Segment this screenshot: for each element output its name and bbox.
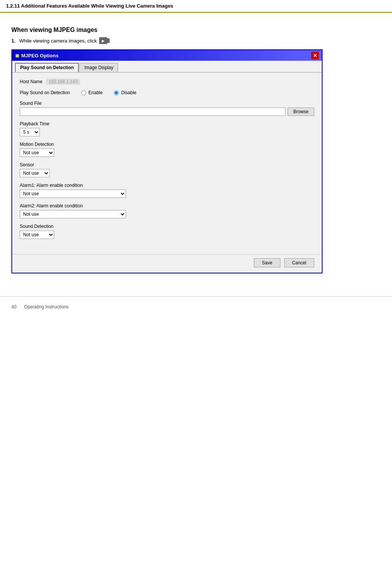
alarm1-row: Alarm1: Alarm enable condition Not use A… bbox=[20, 183, 314, 198]
alarm2-label: Alarm2: Alarm enable condition bbox=[20, 203, 314, 209]
sensor-row: Sensor Not use Sensor 1 Sensor 2 bbox=[20, 162, 314, 177]
tab-play-sound-on-detection[interactable]: Play Sound on Detection bbox=[15, 63, 79, 72]
section-heading: When viewing MJPEG images bbox=[11, 27, 381, 33]
enable-radio[interactable] bbox=[81, 90, 86, 95]
disable-radio-label: Disable bbox=[121, 90, 136, 95]
tab-image-display[interactable]: Image Display bbox=[79, 63, 118, 72]
play-sound-row: Play Sound on Detection Enable Disable bbox=[20, 90, 314, 95]
alarm1-label: Alarm1: Alarm enable condition bbox=[20, 183, 314, 188]
alarm2-select[interactable]: Not use Alarm 1 Alarm 2 bbox=[20, 210, 126, 218]
save-button[interactable]: Save bbox=[254, 258, 280, 267]
step-period: . bbox=[110, 38, 111, 44]
enable-radio-label: Enable bbox=[88, 90, 102, 95]
sound-file-label: Sound File bbox=[20, 101, 314, 106]
enable-radio-group: Enable bbox=[81, 90, 102, 95]
disable-radio[interactable] bbox=[114, 90, 119, 95]
page-header: 1.2.11 Additional Features Available Whi… bbox=[0, 0, 392, 13]
sound-file-row: Sound File Browse bbox=[20, 101, 314, 116]
dialog-tabs: Play Sound on Detection Image Display bbox=[12, 61, 322, 72]
sensor-label: Sensor bbox=[20, 162, 314, 167]
playback-time-select[interactable]: 5 s 10 s 15 s 30 s bbox=[20, 128, 40, 136]
motion-detection-select[interactable]: Not use Detection 1 Detection 2 bbox=[20, 149, 54, 157]
page-label: Operating Instructions bbox=[24, 304, 68, 310]
dialog-title-group: ▣ MJPEG Options bbox=[15, 53, 58, 58]
sound-detection-label: Sound Detection bbox=[20, 224, 314, 229]
dialog-title-icon: ▣ bbox=[15, 53, 19, 58]
disable-radio-group: Disable bbox=[114, 90, 136, 95]
alarm1-select[interactable]: Not use Alarm 1 Alarm 2 bbox=[20, 190, 126, 198]
cancel-button[interactable]: Cancel bbox=[284, 258, 314, 267]
dialog-close-button[interactable]: ✕ bbox=[311, 52, 319, 59]
host-name-label: Host Name bbox=[20, 79, 43, 84]
sensor-select[interactable]: Not use Sensor 1 Sensor 2 bbox=[20, 169, 50, 177]
dialog-title-text: MJPEG Options bbox=[21, 53, 58, 58]
dialog-body: Host Name 192.168.1.143 Play Sound on De… bbox=[12, 72, 322, 250]
page-content: When viewing MJPEG images 1. While viewi… bbox=[0, 19, 392, 281]
sound-detection-select[interactable]: Not use Detection 1 Detection 2 bbox=[20, 231, 54, 239]
page-footer: 40 Operating Instructions bbox=[0, 296, 392, 317]
step-1: 1. While viewing camera images, click ▶ … bbox=[11, 37, 381, 44]
dialog-titlebar: ▣ MJPEG Options ✕ bbox=[12, 50, 322, 61]
playback-time-label: Playback Time bbox=[20, 121, 314, 126]
dialog-footer: Save Cancel bbox=[12, 254, 322, 273]
page-number: 40 bbox=[11, 304, 16, 310]
host-name-value: 192.168.1.143 bbox=[46, 79, 80, 85]
step-number: 1. bbox=[11, 38, 16, 44]
motion-detection-row: Motion Detection Not use Detection 1 Det… bbox=[20, 142, 314, 157]
camera-icon: ▶ bbox=[99, 37, 107, 44]
browse-button[interactable]: Browse bbox=[288, 107, 314, 116]
playback-time-row: Playback Time 5 s 10 s 15 s 30 s bbox=[20, 121, 314, 136]
sound-detection-row: Sound Detection Not use Detection 1 Dete… bbox=[20, 224, 314, 239]
alarm2-row: Alarm2: Alarm enable condition Not use A… bbox=[20, 203, 314, 218]
sound-file-input[interactable] bbox=[20, 107, 285, 116]
host-name-row: Host Name 192.168.1.143 bbox=[20, 79, 314, 85]
mjpeg-options-dialog: ▣ MJPEG Options ✕ Play Sound on Detectio… bbox=[11, 49, 323, 273]
play-sound-label: Play Sound on Detection bbox=[20, 90, 70, 95]
step-text: While viewing camera images, click bbox=[19, 38, 97, 44]
motion-detection-label: Motion Detection bbox=[20, 142, 314, 147]
